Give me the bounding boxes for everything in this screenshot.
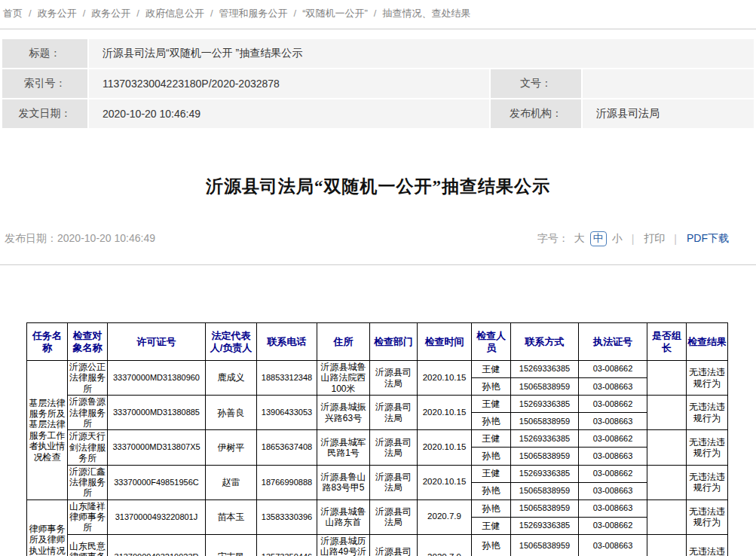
breadcrumb-item[interactable]: 管理和服务公开 (219, 8, 288, 19)
breadcrumb-item[interactable]: “双随机一公开” (302, 8, 368, 19)
inspector-contact-cell: 15065838959 (511, 482, 579, 499)
target-name-cell: 沂源鲁源法律服务所 (68, 396, 108, 430)
font-small-button[interactable]: 小 (612, 232, 623, 246)
meta-date-value: 2020-10-20 10:46:49 (89, 99, 489, 128)
controls-divider: | (674, 233, 677, 245)
meta-agency-label: 发布机构： (491, 99, 581, 128)
inspector-name-cell: 孙艳 (472, 413, 511, 430)
breadcrumb-separator: / (29, 8, 32, 19)
inspector-contact-cell: 15065838959 (511, 448, 579, 465)
inspector-name-cell: 孙艳 (472, 482, 511, 499)
column-header: 许可证号 (108, 323, 206, 361)
inspect-result-cell: 无违法违规行为 (687, 430, 728, 465)
license-no-cell: 33370000MD313807X5 (108, 430, 206, 465)
cert-no-cell: 03-008663 (579, 482, 647, 499)
breadcrumb-separator: / (294, 8, 297, 19)
meta-date-label: 发文日期： (2, 99, 87, 128)
target-name-cell: 沂源天行剑法律服务所 (68, 430, 108, 465)
inspector-contact-cell: 15269336385 (511, 361, 579, 378)
legal-rep-cell: 赵雷 (206, 465, 257, 499)
font-large-button[interactable]: 大 (574, 232, 585, 246)
cert-no-cell: 03-008663 (579, 499, 647, 517)
meta-table: 标题： 沂源县司法局“双随机一公开 ”抽查结果公示 索引号： 113703230… (1, 38, 755, 130)
breadcrumb-separator: / (210, 8, 213, 19)
cert-no-cell: 03-008663 (579, 448, 647, 465)
column-header: 检查部门 (370, 323, 418, 361)
breadcrumb-separator: / (136, 8, 139, 19)
breadcrumb-item[interactable]: 政府信息公开 (145, 8, 204, 19)
meta-title-label: 标题： (2, 39, 87, 68)
address-cell: 沂源县城历山路49号沂源商务大厦B座16楼 (317, 534, 370, 556)
pdf-download-link[interactable]: PDF下载 (687, 232, 729, 246)
print-button[interactable]: 打印 (644, 232, 665, 246)
meta-title-value: 沂源县司法局“双随机一公开 ”抽查结果公示 (89, 39, 754, 68)
inspector-name-cell: 王健 (472, 465, 511, 482)
column-header: 法定代表人/负责人 (206, 323, 257, 361)
phone-cell: 13906433053 (257, 396, 317, 430)
column-header: 联系方式 (511, 323, 579, 361)
phone-cell: 13573350446 (257, 534, 317, 556)
inspector-contact-cell: 15065838959 (511, 534, 579, 556)
inspect-time-cell: 2020.10.15 (418, 361, 472, 396)
inspect-time-cell: 2020.7.9 (418, 499, 472, 534)
meta-docnum-value (583, 69, 754, 98)
inspect-time-cell: 2020.10.15 (418, 396, 472, 430)
address-cell: 沂源县城鲁山路东首 (317, 499, 370, 534)
breadcrumb-separator: / (374, 8, 377, 19)
license-no-cell: 31370000493220801J (108, 499, 206, 534)
column-header: 联系电话 (257, 323, 317, 361)
page-title: 沂源县司法局“双随机一公开”抽查结果公示 (0, 175, 756, 198)
inspector-name-cell: 孙艳 (472, 499, 511, 517)
legal-rep-cell: 苗本玉 (206, 499, 257, 534)
cert-no-cell: 03-008662 (579, 430, 647, 448)
phone-cell: 18766990888 (257, 465, 317, 499)
inspector-contact-cell: 15065838959 (511, 499, 579, 517)
inspect-result-cell: 无违法违规行为 (687, 499, 728, 534)
inspector-name-cell: 王健 (472, 517, 511, 534)
inspector-contact-cell: 15065838959 (511, 378, 579, 396)
target-name-cell: 山东隆祥律师事务所 (68, 499, 108, 534)
meta-row-title: 标题： 沂源县司法局“双随机一公开 ”抽查结果公示 (2, 39, 754, 68)
meta-agency-value: 沂源县司法局 (583, 99, 754, 128)
table-row: 基层法律服务所及基层法律服务工作者执业情况检查沂源公正法律服务所33370000… (27, 361, 728, 378)
legal-rep-cell: 伊树平 (206, 430, 257, 465)
legal-rep-cell: 鹿成义 (206, 361, 257, 396)
publish-date-value: 2020-10-20 10:46:49 (57, 232, 155, 244)
breadcrumb-item[interactable]: 政务公开 (91, 8, 130, 19)
address-cell: 沂源县城军民路1号 (317, 430, 370, 465)
inspector-contact-cell: 15269336385 (511, 396, 579, 413)
meta-row-index: 索引号： 11370323004223180P/2020-2032878 文号： (2, 69, 754, 98)
is-leader-cell (647, 465, 687, 499)
is-leader-cell (647, 534, 687, 556)
target-name-cell: 沂源公正法律服务所 (68, 361, 108, 396)
results-table: 任务名称检查对象名称许可证号法定代表人/负责人联系电话住所检查部门检查时间检查人… (26, 322, 728, 556)
font-medium-button[interactable]: 中 (590, 231, 607, 246)
column-header: 是否组长 (647, 323, 687, 361)
is-leader-cell (647, 499, 687, 534)
inspect-result-cell: 无违法违规行为 (687, 361, 728, 396)
publish-date: 发布日期：2020-10-20 10:46:49 (5, 232, 155, 246)
inspector-name-cell: 王健 (472, 361, 511, 378)
controls-divider: | (632, 233, 635, 245)
inspect-result-cell: 无违法违规行为 (687, 465, 728, 499)
license-no-cell: 33370000MD31380960 (108, 361, 206, 396)
breadcrumb-item[interactable]: 政务公开 (38, 8, 77, 19)
license-no-cell: 33370000MD31380885 (108, 396, 206, 430)
inspect-dept-cell: 沂源县司法局 (370, 430, 418, 465)
header-row: 任务名称检查对象名称许可证号法定代表人/负责人联系电话住所检查部门检查时间检查人… (27, 323, 728, 361)
column-header: 执法证号 (579, 323, 647, 361)
meta-row-date: 发文日期： 2020-10-20 10:46:49 发布机构： 沂源县司法局 (2, 99, 754, 128)
cert-no-cell: 03-008663 (579, 413, 647, 430)
meta-index-value: 11370323004223180P/2020-2032878 (89, 69, 489, 98)
table-row: 律师事务所及律师执业情况山东隆祥律师事务所31370000493220801J苗… (27, 499, 728, 517)
address-cell: 沂源县鲁山路83号甲5 (317, 465, 370, 499)
breadcrumb-item[interactable]: 首页 (3, 8, 23, 19)
target-name-cell: 沂源汇鑫法律服务所 (68, 465, 108, 499)
inspector-name-cell: 孙艳 (472, 534, 511, 556)
license-no-cell: 33370000F49851956C (108, 465, 206, 499)
article-info-bar: 发布日期：2020-10-20 10:46:49 字号： 大 中 小 | 打印 … (5, 231, 729, 246)
divider-line (0, 264, 756, 265)
column-header: 住所 (317, 323, 370, 361)
cert-no-cell: 03-008662 (579, 361, 647, 378)
article-controls: 字号： 大 中 小 | 打印 | PDF下载 (532, 231, 729, 246)
